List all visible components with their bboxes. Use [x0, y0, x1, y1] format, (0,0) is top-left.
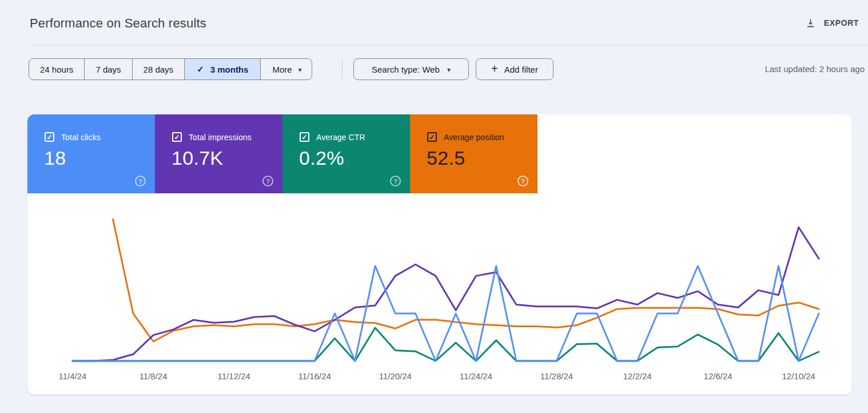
metric-value: 0.2%	[299, 147, 344, 169]
x-axis-label: 12/2/24	[623, 371, 652, 381]
metric-card-average-ctr[interactable]: ✓ Average CTR 0.2% ?	[282, 114, 410, 193]
filter-bar-separator	[342, 59, 343, 79]
metric-checkbox-row: ✓ Average position	[427, 132, 504, 142]
chevron-down-icon: ▾	[447, 66, 451, 73]
metric-label: Average position	[444, 133, 504, 142]
metric-card-average-position[interactable]: ✓ Average position 52.5 ?	[410, 114, 537, 193]
metric-summary-row: ✓ Total clicks 18 ? ✓ Total impressions …	[27, 114, 537, 193]
last-updated-text: Last updated: 2 hours ago	[765, 64, 865, 74]
help-icon[interactable]: ?	[262, 176, 273, 186]
metric-label: Average CTR	[316, 133, 365, 142]
metric-checkbox-row: ✓ Total clicks	[45, 132, 101, 142]
metric-value: 18	[44, 147, 66, 169]
checkbox-checked-icon[interactable]: ✓	[300, 132, 309, 142]
x-axis-label: 12/10/24	[782, 371, 815, 381]
chevron-down-icon: ▾	[298, 66, 302, 73]
plus-icon: +	[491, 63, 498, 74]
x-axis-label: 12/6/24	[704, 371, 732, 381]
segment-label: 3 months	[210, 65, 249, 74]
check-icon: ✓	[197, 64, 204, 74]
metric-label: Total impressions	[189, 133, 252, 142]
export-label: EXPORT	[824, 18, 859, 27]
x-axis-label: 11/28/24	[540, 371, 573, 381]
date-range-more-dropdown[interactable]: More ▾	[260, 59, 311, 80]
search-console-performance-page: { "icons": { "check": "✓", "caret": "▾",…	[0, 0, 868, 413]
x-axis-label: 11/16/24	[298, 371, 331, 381]
date-range-24-hours[interactable]: 24 hours	[29, 59, 84, 80]
download-icon	[805, 18, 816, 29]
x-axis-label: 11/20/24	[379, 371, 412, 381]
help-icon[interactable]: ?	[135, 176, 146, 186]
performance-chart[interactable]: 11/4/2411/8/2411/12/2411/16/2411/20/2411…	[27, 194, 852, 395]
metric-value: 52.5	[427, 147, 465, 169]
metric-label: Total clicks	[61, 133, 101, 142]
date-range-28-days[interactable]: 28 days	[132, 59, 185, 80]
header-divider	[29, 45, 868, 45]
line-impressions	[73, 227, 819, 361]
line-ctr	[73, 328, 819, 361]
metric-card-total-impressions[interactable]: ✓ Total impressions 10.7K ?	[155, 114, 282, 193]
help-icon[interactable]: ?	[517, 176, 528, 186]
metric-checkbox-row: ✓ Total impressions	[172, 132, 252, 142]
date-range-segmented-control: 24 hours 7 days 28 days ✓ 3 months More …	[29, 58, 312, 80]
checkbox-checked-icon[interactable]: ✓	[45, 132, 54, 142]
x-axis-label: 11/24/24	[460, 371, 492, 381]
checkbox-checked-icon[interactable]: ✓	[427, 132, 437, 142]
search-type-dropdown[interactable]: Search type: Web ▾	[353, 58, 469, 80]
export-button[interactable]: EXPORT	[805, 15, 859, 30]
date-range-3-months-selected[interactable]: ✓ 3 months	[184, 59, 260, 80]
x-axis-label: 11/12/24	[218, 371, 250, 381]
segment-label: 28 days	[144, 65, 174, 74]
performance-card: ✓ Total clicks 18 ? ✓ Total impressions …	[27, 114, 852, 395]
x-axis-label: 11/8/24	[140, 371, 168, 381]
segment-label: More	[272, 65, 292, 74]
add-filter-button[interactable]: + Add filter	[476, 58, 554, 80]
metric-checkbox-row: ✓ Average CTR	[300, 132, 365, 142]
page-title: Performance on Search results	[30, 16, 206, 31]
search-type-label: Search type: Web	[372, 65, 440, 74]
segment-label: 24 hours	[40, 65, 73, 74]
line-clicks	[73, 266, 819, 361]
x-axis-label: 11/4/24	[59, 371, 87, 381]
metric-value: 10.7K	[172, 147, 223, 169]
add-filter-label: Add filter	[504, 65, 538, 74]
checkbox-checked-icon[interactable]: ✓	[172, 132, 182, 142]
help-icon[interactable]: ?	[390, 176, 401, 186]
date-range-7-days[interactable]: 7 days	[84, 59, 132, 80]
metric-card-total-clicks[interactable]: ✓ Total clicks 18 ?	[27, 114, 155, 193]
segment-label: 7 days	[95, 65, 121, 74]
